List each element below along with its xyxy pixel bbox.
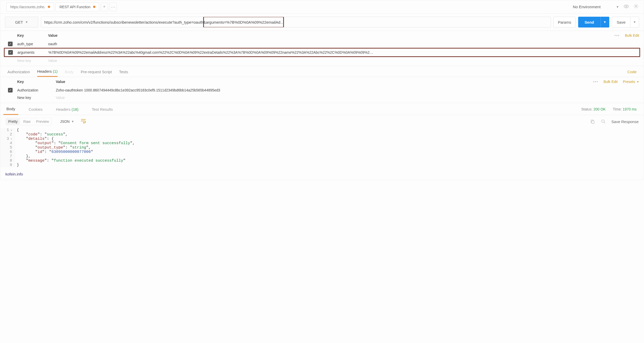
svg-point-4 — [602, 120, 604, 123]
tab-label: https://accounts.zoho. — [10, 5, 45, 9]
header-value-placeholder[interactable]: Value — [56, 96, 639, 100]
headers-more-icon[interactable]: ••• — [593, 80, 598, 84]
param-row-arguments[interactable]: ✓ arguments %7B%0D%0A%09%22emailAddress%… — [5, 49, 639, 56]
tab-body[interactable]: Body — [65, 70, 74, 77]
param-value-placeholder[interactable]: Value — [48, 59, 639, 63]
unsaved-dot-icon — [48, 6, 50, 8]
footer-link[interactable]: kofein.info — [0, 170, 644, 180]
param-value[interactable]: %7B%0D%0A%09%22emailAddress%22%3A%22abc%… — [48, 50, 635, 54]
header-row-new[interactable]: New key Value — [0, 94, 644, 101]
chevron-down-icon: ▼ — [603, 20, 606, 24]
new-tab-button[interactable]: + — [101, 3, 108, 11]
view-preview[interactable]: Preview — [34, 118, 51, 125]
response-body[interactable]: 1{ 2 "code": "success", 3 "details": { 4… — [0, 128, 644, 170]
param-value[interactable]: oauth — [48, 42, 639, 46]
environment-label: No Environment — [573, 5, 601, 9]
svg-point-1 — [636, 6, 637, 7]
tab-label: REST API Function — [59, 5, 90, 9]
tab-tests[interactable]: Tests — [119, 70, 128, 77]
resp-tab-cookies[interactable]: Cookies — [25, 107, 46, 115]
copy-icon[interactable] — [590, 119, 595, 124]
svg-rect-3 — [592, 121, 594, 124]
chevron-down-icon: ▼ — [25, 20, 28, 24]
bulk-edit-link[interactable]: Bulk Edit — [625, 33, 639, 38]
save-button[interactable]: Save — [612, 17, 630, 27]
params-value-header: Value — [48, 33, 614, 38]
url-text: https://crm.zoho.com/crm/v2/functions/su… — [44, 20, 284, 24]
tab-headers[interactable]: Headers (1) — [37, 69, 58, 77]
svg-point-0 — [626, 6, 627, 7]
header-key-placeholder[interactable]: New key — [17, 96, 56, 100]
tab-overflow-button[interactable]: ⋯ — [110, 3, 117, 11]
checkbox-checked-icon[interactable]: ✓ — [8, 50, 13, 55]
method-select[interactable]: GET ▼ — [5, 17, 38, 27]
send-button[interactable]: Send — [578, 17, 601, 27]
chevron-down-icon: ▼ — [633, 20, 636, 24]
status-label: Status: 200 OK — [581, 107, 606, 111]
unsaved-dot-icon — [93, 6, 95, 8]
params-more-icon[interactable]: ••• — [614, 33, 620, 38]
tab-rest-api[interactable]: REST API Function — [56, 3, 99, 11]
tab-authorization[interactable]: Authorization — [7, 70, 30, 77]
param-key-placeholder[interactable]: New key — [17, 59, 48, 63]
headers-value-header: Value — [56, 80, 593, 84]
resp-tab-body[interactable]: Body — [3, 107, 18, 115]
header-value[interactable]: Zoho-oauthtoken 1000.8607494449c8bc1e392… — [56, 88, 639, 92]
header-row-authorization[interactable]: ✓ Authorization Zoho-oauthtoken 1000.860… — [0, 86, 644, 94]
body-format-select[interactable]: JSON ▼ — [60, 119, 74, 124]
params-key-header: Key — [17, 33, 48, 38]
resp-tab-headers[interactable]: Headers (18) — [53, 107, 82, 115]
param-row-auth-type[interactable]: ✓ auth_type oauth — [0, 40, 644, 48]
send-dropdown-button[interactable]: ▼ — [601, 17, 609, 27]
checkbox-checked-icon[interactable]: ✓ — [8, 42, 13, 46]
checkbox-checked-icon[interactable]: ✓ — [8, 88, 13, 92]
search-icon[interactable] — [601, 119, 606, 124]
bulk-edit-link[interactable]: Bulk Edit — [603, 80, 618, 84]
url-input[interactable]: https://crm.zoho.com/crm/v2/functions/su… — [41, 17, 551, 27]
eye-icon[interactable] — [624, 4, 629, 10]
save-dropdown-button[interactable]: ▼ — [630, 17, 639, 27]
chevron-down-icon: ▼ — [71, 120, 74, 123]
tab-prerequest[interactable]: Pre-request Script — [81, 70, 112, 77]
annotation-highlight-row: ✓ arguments %7B%0D%0A%09%22emailAddress%… — [4, 48, 640, 57]
presets-link[interactable]: Presets ▼ — [623, 80, 639, 84]
caret-down-icon: ▼ — [637, 80, 639, 83]
header-key[interactable]: Authorization — [17, 88, 56, 92]
save-response-button[interactable]: Save Response — [611, 119, 639, 124]
time-label: Time: 1970 ms — [613, 107, 637, 111]
param-row-new[interactable]: New key Value — [0, 57, 644, 64]
view-raw[interactable]: Raw — [21, 118, 33, 125]
gear-icon[interactable] — [633, 4, 639, 10]
view-pretty[interactable]: Pretty — [6, 118, 20, 125]
environment-select[interactable]: No Environment ▼ — [573, 5, 619, 9]
params-button[interactable]: Params — [553, 17, 576, 27]
param-key[interactable]: auth_type — [17, 42, 48, 46]
tab-accounts[interactable]: https://accounts.zoho. — [6, 3, 54, 11]
chevron-down-icon: ▼ — [616, 5, 619, 9]
code-link[interactable]: Code — [627, 70, 637, 77]
param-key[interactable]: arguments — [17, 50, 48, 54]
svg-line-5 — [604, 122, 605, 123]
headers-key-header: Key — [17, 80, 56, 84]
wrap-lines-icon[interactable] — [80, 119, 86, 125]
method-label: GET — [15, 20, 23, 24]
resp-tab-tests[interactable]: Test Results — [89, 107, 116, 115]
